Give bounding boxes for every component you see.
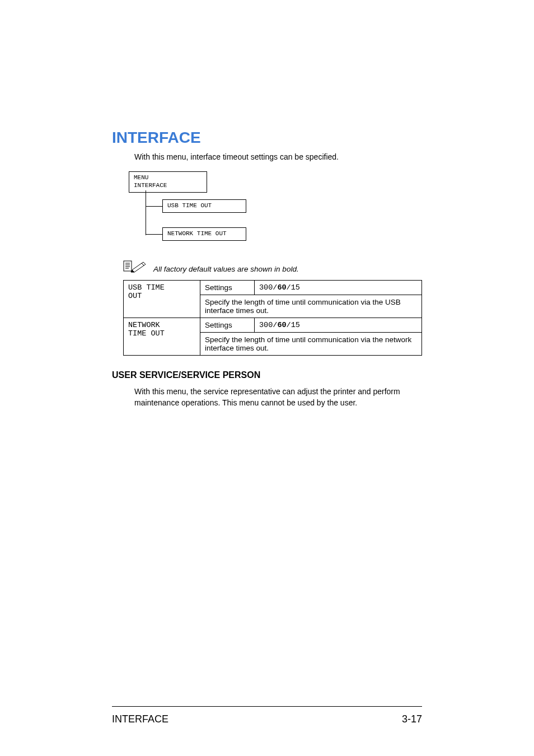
setting-key-line: TIME OUT — [128, 329, 195, 338]
note-text: All factory default values are shown in … — [153, 265, 299, 273]
table-row: USB TIME OUT Settings 300/60/15 — [124, 281, 422, 295]
settings-label-cell: Settings — [200, 318, 255, 333]
intro-text: With this menu, interface timeout settin… — [134, 152, 422, 161]
footer-right: 3-17 — [402, 713, 422, 725]
tree-child-label: USB TIME OUT — [167, 202, 212, 209]
tree-root-box: MENU INTERFACE — [129, 171, 207, 193]
tree-connector — [146, 190, 146, 235]
subsection-text: With this menu, the service representati… — [134, 386, 422, 409]
subsection-heading: USER SERVICE/SERVICE PERSON — [112, 370, 422, 380]
setting-key-cell: NETWORK TIME OUT — [124, 318, 200, 356]
tree-child-box: NETWORK TIME OUT — [162, 227, 246, 241]
page: INTERFACE With this menu, interface time… — [0, 0, 534, 756]
settings-label-cell: Settings — [200, 281, 255, 295]
value-default: 60 — [277, 321, 286, 329]
tree-child-box: USB TIME OUT — [162, 199, 246, 213]
tree-child-label: NETWORK TIME OUT — [167, 230, 227, 237]
value-default: 60 — [277, 283, 286, 292]
settings-value-cell: 300/60/15 — [255, 318, 422, 333]
svg-line-8 — [142, 263, 144, 265]
setting-key-line: NETWORK — [128, 321, 195, 329]
menu-tree: MENU INTERFACE USB TIME OUT NETWORK TIME… — [129, 171, 422, 244]
settings-desc-cell: Specify the length of time until communi… — [200, 295, 422, 318]
value-part: 300/ — [259, 283, 277, 292]
note-pencil-icon — [123, 259, 147, 273]
value-part: /15 — [287, 321, 300, 329]
value-part: 300/ — [259, 321, 277, 329]
setting-key-line: OUT — [128, 292, 195, 300]
footer-rule — [112, 706, 422, 707]
section-heading: INTERFACE — [112, 129, 422, 147]
page-footer: INTERFACE 3-17 — [112, 713, 422, 725]
svg-rect-0 — [124, 261, 132, 271]
tree-root-line2: INTERFACE — [134, 182, 202, 190]
value-part: /15 — [287, 283, 300, 292]
tree-connector — [146, 234, 162, 235]
tree-root-line1: MENU — [134, 174, 202, 182]
settings-value-cell: 300/60/15 — [255, 281, 422, 295]
setting-key-cell: USB TIME OUT — [124, 281, 200, 318]
table-row: NETWORK TIME OUT Settings 300/60/15 — [124, 318, 422, 333]
settings-table: USB TIME OUT Settings 300/60/15 Specify … — [123, 280, 422, 356]
tree-connector — [146, 206, 162, 207]
settings-desc-cell: Specify the length of time until communi… — [200, 333, 422, 356]
note-row: All factory default values are shown in … — [123, 259, 422, 273]
setting-key-line: USB TIME — [128, 283, 195, 292]
footer-left: INTERFACE — [112, 713, 168, 725]
